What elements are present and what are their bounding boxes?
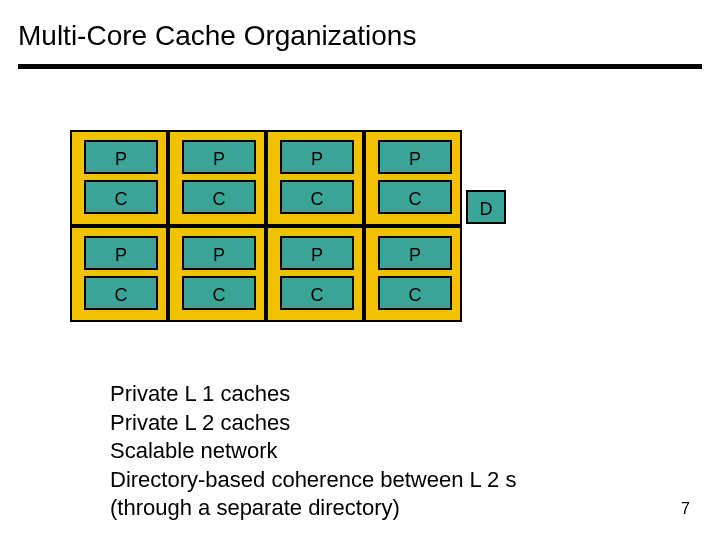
- cache-box: C: [182, 180, 256, 214]
- description-line: Scalable network: [110, 437, 516, 466]
- processor-box: P: [182, 140, 256, 174]
- cache-box: C: [84, 180, 158, 214]
- directory-box: D: [466, 190, 506, 224]
- core-cell: PC: [266, 130, 364, 226]
- processor-box: P: [280, 236, 354, 270]
- description-line: Private L 1 caches: [110, 380, 516, 409]
- page-title: Multi-Core Cache Organizations: [0, 0, 720, 64]
- cache-box: C: [280, 180, 354, 214]
- title-underline: [18, 64, 702, 69]
- page-number: 7: [681, 500, 690, 518]
- core-cell: PC: [364, 226, 462, 322]
- processor-box: P: [182, 236, 256, 270]
- description-block: Private L 1 cachesPrivate L 2 cachesScal…: [110, 380, 516, 523]
- core-cell: PC: [168, 226, 266, 322]
- core-cell: PC: [70, 226, 168, 322]
- cache-box: C: [280, 276, 354, 310]
- cache-box: C: [378, 180, 452, 214]
- cache-box: C: [84, 276, 158, 310]
- cache-box: C: [378, 276, 452, 310]
- processor-box: P: [280, 140, 354, 174]
- description-line: (through a separate directory): [110, 494, 516, 523]
- core-cell: PC: [364, 130, 462, 226]
- processor-box: P: [378, 236, 452, 270]
- core-cell: PC: [168, 130, 266, 226]
- core-cell: PC: [266, 226, 364, 322]
- processor-box: P: [84, 140, 158, 174]
- core-cell: PC: [70, 130, 168, 226]
- processor-box: P: [84, 236, 158, 270]
- cache-box: C: [182, 276, 256, 310]
- description-line: Directory-based coherence between L 2 s: [110, 466, 516, 495]
- processor-box: P: [378, 140, 452, 174]
- description-line: Private L 2 caches: [110, 409, 516, 438]
